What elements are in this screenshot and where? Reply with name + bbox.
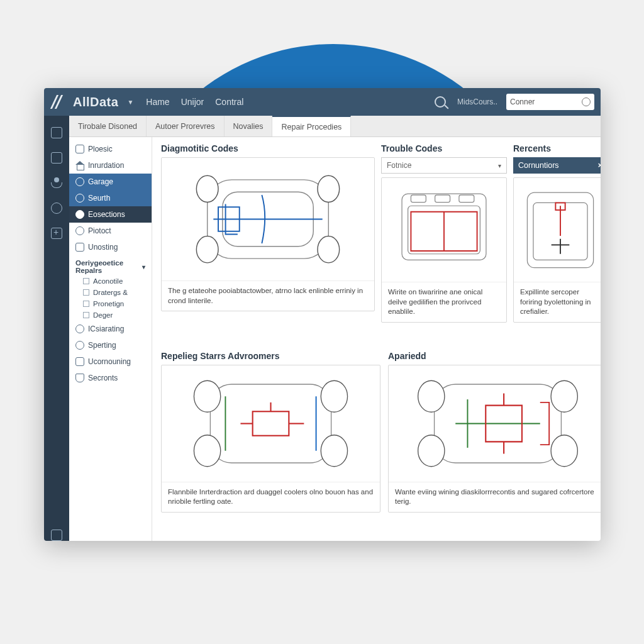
section-title-trouble: Trouble Codes [381,143,507,153]
home-icon [75,161,84,170]
section-title-apariedd: Apariedd [388,351,601,361]
diagram-van-rear [514,178,601,282]
svg-rect-19 [210,384,331,463]
chevron-down-icon[interactable]: ▼ [127,99,133,106]
section-title-repelieg: Repelieg Starrs Advroomers [161,351,380,361]
dropdown-fotnice[interactable]: Fotnice▾ [381,157,507,174]
close-icon[interactable]: × [598,161,601,170]
svg-point-21 [194,435,220,467]
side-check-deger[interactable]: Deger [69,309,152,321]
side-item-search[interactable]: Seurth [69,190,152,206]
svg-point-32 [551,435,577,467]
rail-card-icon[interactable] [51,127,62,138]
card-recents[interactable]: Expillinte sercoper foriring byolettonin… [513,177,601,323]
card-apariedd[interactable]: Wante eviing wining diaskilorrrecontis a… [388,365,601,513]
checkbox-icon [83,312,89,318]
rail-gear-icon[interactable] [51,203,62,214]
left-rail [44,116,69,541]
panel-header-cornuntiors: Cornuntiors× [513,157,601,174]
svg-point-2 [196,175,218,202]
side-item-secronts[interactable]: Secronts [69,370,152,386]
section-title-diagnostic: Diagmotitic Codes [161,143,375,153]
search-placeholder: Conner [510,97,535,106]
side-item-sperting[interactable]: Sperting [69,337,152,353]
mail-icon [75,357,84,366]
svg-point-4 [318,175,340,202]
shield-icon [75,374,84,382]
card-repelieg[interactable]: Flannbile Inrterdraction ard duaggel coo… [161,365,380,513]
brand-name: AllData [73,95,118,109]
badge-icon [75,210,84,219]
svg-rect-24 [253,411,289,435]
tab-repair-procedures[interactable]: Repair Procedies [272,116,351,136]
nav-home[interactable]: Hame [146,97,169,107]
checkbox-icon [83,289,89,296]
content-canvas: Diagmotitic Codes The g etateohe pooiabt… [152,137,601,541]
side-group-repairs[interactable]: Oeriygeoetice Repalrs▾ [69,255,152,275]
brand-logo-icon [50,95,64,109]
side-item-ploesic[interactable]: Ploesic [69,141,152,157]
chevron-down-icon: ▾ [498,162,501,169]
nav-unijor[interactable]: Unijor [181,97,204,107]
diagram-chassis-top [162,158,374,280]
caption-diagnostic: The g etateohe pooiabtactowber, atrno la… [162,280,374,311]
svg-rect-10 [435,195,450,202]
side-item-icsiarating[interactable]: ICsiarating [69,321,152,337]
sub-tabs: Tirobale Disoned Autoer Prorevres Novali… [69,116,601,137]
card-diagnostic[interactable]: The g etateohe pooiabtactowber, atrno la… [161,157,375,311]
card-trouble[interactable]: Wirite on tiwaririne ane onical deilve g… [381,177,507,323]
svg-point-5 [318,236,340,262]
svg-point-23 [321,435,347,467]
tab-trouble-disoned[interactable]: Tirobale Disoned [69,116,147,136]
tab-novalies[interactable]: Novalies [225,116,273,136]
side-item-garage[interactable]: Garage [69,174,152,190]
svg-point-3 [196,236,218,262]
bottom-row: Repelieg Starrs Advroomers Flannbile Inr… [161,351,601,535]
side-item-ucornouning[interactable]: Ucornouning [69,353,152,370]
column-trouble: Trouble Codes Fotnice▾ Wirite on tiwarir… [381,143,507,345]
side-item-eosections[interactable]: Eosections [69,206,152,223]
magnify-icon [75,226,84,235]
app-window: AllData ▼ Hame Unijor Contral MidsCours.… [44,88,601,541]
checkbox-icon [83,301,89,307]
mic-icon[interactable] [582,97,591,106]
side-panel: Ploesic Inrurdation Garage Seurth Eosect… [69,137,152,541]
svg-point-30 [418,435,445,467]
top-toolbar: AllData ▼ Hame Unijor Contral MidsCours.… [44,88,601,116]
checkbox-icon [83,278,89,284]
tab-author-procedures[interactable]: Autoer Prorevres [147,116,224,136]
search-input[interactable]: Conner [506,94,594,110]
nav-contral[interactable]: Contral [215,97,243,107]
rail-network-icon[interactable] [51,177,62,189]
svg-point-20 [194,380,220,412]
column-repelieg: Repelieg Starrs Advroomers Flannbile Inr… [161,351,380,535]
rail-plus-icon[interactable] [51,228,62,239]
device-icon [75,243,84,252]
diagram-underbody-front [162,365,380,482]
svg-point-29 [418,380,445,412]
column-apariedd: Apariedd Wante eviing wining diaskilorrr… [388,351,601,535]
side-check-dratergs[interactable]: Dratergs & [69,287,152,298]
side-check-pronetign[interactable]: Pronetign [69,298,152,309]
target-icon [75,194,84,203]
caption-repelieg: Flannbile Inrterdraction ard duaggel coo… [162,482,380,512]
rail-box-icon[interactable] [51,530,62,541]
side-check-aconotile[interactable]: Aconotile [69,275,152,287]
svg-rect-11 [459,195,474,202]
column-diagnostic: Diagmotitic Codes The g etateohe pooiabt… [161,143,375,345]
svg-point-31 [551,380,577,412]
gear-icon [75,341,84,350]
side-item-inrurdation[interactable]: Inrurdation [69,157,152,174]
search-hint: MidsCours.. [457,97,497,106]
side-item-piotoct[interactable]: Piotoct [69,223,152,239]
caption-apariedd: Wante eviing wining diaskilorrrecontis a… [389,482,601,512]
square-icon [75,145,84,153]
column-recents: Rercents Cornuntiors× Expillinte sercope… [513,143,601,345]
top-nav: Hame Unijor Contral [146,97,243,107]
diagram-engine-bay [382,178,506,282]
caption-recents: Expillinte sercoper foriring byolettonin… [514,282,601,322]
rail-bell-icon[interactable] [51,152,62,164]
search-icon[interactable] [435,96,446,108]
side-item-unosting[interactable]: Unosting [69,239,152,255]
caption-trouble: Wirite on tiwaririne ane onical deilve g… [382,282,506,322]
